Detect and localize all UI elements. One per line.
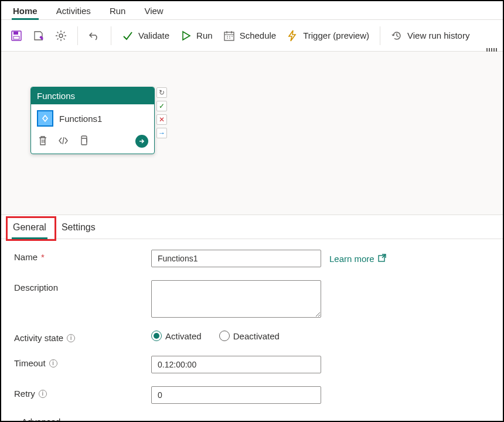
activity-node-actions [31, 130, 154, 154]
save-icon [11, 30, 22, 42]
retry-label-text: Retry [14, 389, 35, 399]
chevron-right-icon: › [14, 417, 17, 423]
bolt-icon [287, 30, 298, 42]
success-port-icon[interactable]: ✓ [156, 101, 167, 111]
completion-port-icon[interactable]: → [156, 128, 167, 138]
info-icon[interactable]: i [67, 334, 75, 342]
undo-button[interactable] [87, 28, 101, 44]
timeout-label: Timeout i [14, 356, 151, 368]
external-link-icon [378, 254, 386, 264]
calendar-icon [223, 30, 235, 42]
template-button[interactable] [32, 28, 46, 44]
learn-more-link[interactable]: Learn more [329, 254, 386, 264]
toolbar-separator [111, 26, 111, 45]
undo-icon [88, 30, 100, 42]
timeout-label-text: Timeout [14, 358, 46, 368]
activity-state-label-text: Activity state [14, 333, 63, 343]
advanced-label: Advanced [22, 417, 61, 422]
properties-panel: General Settings Name * Learn more Descr… [1, 215, 503, 422]
menubar-item-activities[interactable]: Activities [55, 6, 92, 19]
name-label-text: Name [14, 252, 38, 262]
deactivated-label: Deactivated [233, 331, 280, 341]
deactivated-radio[interactable]: Deactivated [219, 331, 280, 341]
name-label: Name * [14, 250, 151, 262]
view-history-label: View run history [407, 30, 469, 40]
run-label: Run [196, 30, 213, 40]
activity-node-header: Functions [31, 87, 154, 104]
activity-node-body: Functions1 [31, 104, 154, 130]
toolbar: Validate Run Schedule Trigger (preview) … [1, 20, 503, 52]
activated-radio[interactable]: Activated [151, 331, 202, 341]
template-icon [33, 30, 45, 42]
retry-row: Retry i [14, 386, 490, 404]
activity-node-name: Functions1 [59, 114, 102, 124]
canvas[interactable]: Functions Functions1 ↻ ✓ ✕ [1, 52, 503, 215]
schedule-label: Schedule [240, 30, 277, 40]
play-icon [180, 30, 192, 42]
trigger-button[interactable]: Trigger (preview) [285, 28, 370, 44]
radio-icon [219, 331, 230, 341]
info-icon[interactable]: i [39, 390, 47, 398]
node-side-controls: ↻ ✓ ✕ → [156, 87, 167, 138]
view-history-button[interactable]: View run history [390, 28, 471, 44]
retry-input[interactable] [151, 386, 321, 404]
menubar-item-run[interactable]: Run [108, 6, 127, 19]
tab-settings[interactable]: Settings [60, 220, 97, 239]
activity-node[interactable]: Functions Functions1 ↻ ✓ ✕ [30, 87, 155, 154]
check-icon [122, 30, 134, 42]
timeout-input[interactable] [151, 356, 321, 373]
next-icon[interactable] [135, 135, 148, 148]
info-icon[interactable]: i [49, 359, 57, 367]
history-icon [391, 30, 403, 42]
gear-icon [55, 30, 67, 42]
advanced-expand[interactable]: › Advanced [14, 417, 490, 422]
activated-label: Activated [165, 331, 202, 341]
activity-state-row: Activity state i Activated Deactivated [14, 331, 490, 343]
function-icon [37, 110, 53, 127]
run-button[interactable]: Run [179, 28, 214, 44]
activity-state-label: Activity state i [14, 331, 151, 343]
schedule-button[interactable]: Schedule [222, 28, 278, 44]
trigger-label: Trigger (preview) [303, 30, 369, 40]
toolbar-separator [380, 26, 380, 45]
settings-button[interactable] [54, 28, 68, 44]
menubar: Home Activities Run View [1, 1, 503, 20]
radio-icon [151, 331, 162, 341]
validate-button[interactable]: Validate [121, 28, 171, 44]
tab-general[interactable]: General [12, 220, 47, 239]
name-input[interactable] [151, 250, 321, 267]
delete-icon[interactable] [38, 135, 47, 148]
validate-label: Validate [138, 30, 169, 40]
panel-tabs: General Settings [1, 215, 503, 239]
timeout-row: Timeout i [14, 356, 490, 373]
required-icon: * [41, 252, 45, 262]
svg-rect-1 [13, 32, 18, 35]
description-input[interactable] [151, 280, 321, 318]
svg-rect-5 [81, 138, 87, 145]
name-row: Name * Learn more [14, 250, 490, 267]
learn-more-text: Learn more [329, 254, 374, 264]
copy-icon[interactable] [79, 135, 88, 148]
toolbar-separator [77, 26, 78, 45]
retry-label: Retry i [14, 386, 151, 399]
menubar-item-view[interactable]: View [143, 6, 164, 19]
failure-port-icon[interactable]: ✕ [156, 114, 167, 125]
panel-resize-handle[interactable] [486, 48, 497, 52]
redo-icon[interactable]: ↻ [156, 87, 167, 98]
svg-rect-2 [13, 36, 19, 39]
menubar-item-home[interactable]: Home [12, 6, 39, 19]
description-row: Description [14, 280, 490, 318]
description-label: Description [14, 280, 151, 292]
code-icon[interactable] [58, 137, 69, 147]
save-button[interactable] [9, 28, 23, 44]
svg-point-3 [59, 34, 63, 38]
general-form: Name * Learn more Description Act [1, 239, 503, 422]
